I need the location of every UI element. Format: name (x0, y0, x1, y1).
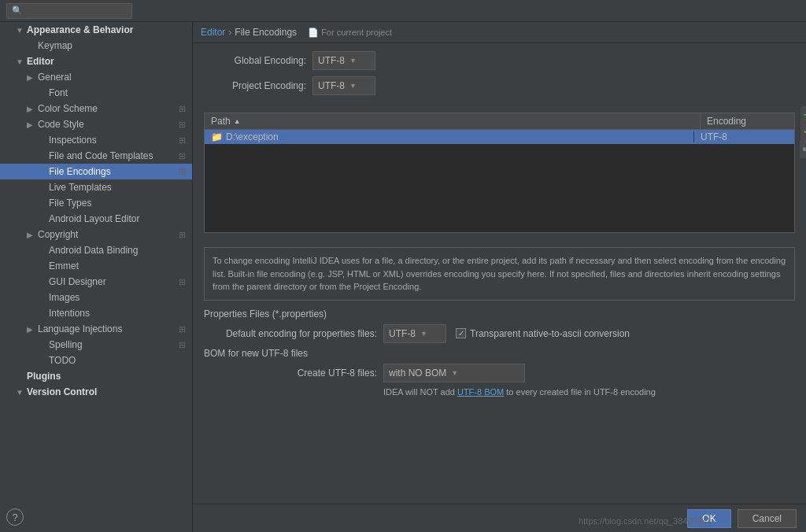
default-encoding-label: Default encoding for properties files: (204, 328, 377, 339)
project-encoding-row: Project Encoding: UTF-8 ▼ (204, 76, 795, 95)
dropdown-arrow-icon: ▼ (420, 330, 427, 338)
default-encoding-dropdown[interactable]: UTF-8 ▼ (383, 324, 446, 343)
sidebar-item-intentions[interactable]: Intentions (0, 305, 192, 321)
arrow-icon: ▶ (27, 325, 38, 334)
sidebar-item-copyright[interactable]: ▶ Copyright ⊞ (0, 227, 192, 242)
encoding-table-wrapper: Path ▲ Encoding 📁 D:\exception UTF-8 (204, 106, 795, 239)
path-column-header[interactable]: Path ▲ (205, 113, 700, 129)
transparent-checkbox-row: Transparent native-to-ascii conversion (456, 328, 630, 339)
sidebar-label: File Types (49, 198, 186, 209)
transparent-checkbox[interactable] (456, 328, 466, 338)
table-row[interactable]: 📁 D:\exception UTF-8 (205, 130, 794, 144)
sidebar-item-images[interactable]: Images (0, 290, 192, 305)
content-area: Editor › File Encodings 📄 For current pr… (193, 22, 806, 532)
sidebar-label: Version Control (27, 386, 186, 397)
sidebar-item-code-style[interactable]: ▶ Code Style ⊞ (0, 116, 192, 132)
bom-section-title: BOM for new UTF-8 files (204, 348, 795, 359)
properties-section-title: Properties Files (*.properties) (204, 308, 795, 320)
settings-icon: ⊞ (179, 167, 186, 177)
settings-icon: ⊞ (179, 340, 186, 350)
info-box: To change encoding IntelliJ IDEA uses fo… (204, 247, 795, 301)
settings-icon: ⊞ (179, 104, 186, 114)
sidebar-label: Code Style (38, 119, 176, 130)
sidebar-item-plugins[interactable]: Plugins (0, 368, 192, 384)
breadcrumb-separator: › (228, 27, 231, 38)
arrow-icon: ▼ (16, 57, 27, 66)
arrow-icon: ▶ (27, 105, 38, 113)
encoding-column-header[interactable]: Encoding (700, 113, 794, 129)
path-cell: 📁 D:\exception (211, 131, 693, 142)
sidebar-label: Editor (27, 56, 186, 67)
encoding-table: Path ▲ Encoding 📁 D:\exception UTF-8 (204, 113, 795, 233)
help-button[interactable]: ? (6, 508, 24, 526)
arrow-icon: ▶ (27, 120, 38, 129)
sidebar-label: Android Layout Editor (49, 213, 186, 224)
breadcrumb-current: File Encodings (235, 27, 297, 38)
sidebar-label: Inspections (49, 135, 176, 146)
global-encoding-dropdown[interactable]: UTF-8 ▼ (312, 51, 375, 70)
sidebar-label: File Encodings (49, 166, 176, 177)
sidebar-item-language-injections[interactable]: ▶ Language Injections ⊞ (0, 321, 192, 337)
sidebar-item-emmet[interactable]: Emmet (0, 258, 192, 274)
path-value: D:\exception (226, 131, 279, 142)
settings-panel: Global Encoding: UTF-8 ▼ Project Encodin… (193, 43, 806, 504)
sidebar-label: TODO (49, 355, 186, 366)
cancel-button[interactable]: Cancel (738, 509, 797, 528)
encoding-cell: UTF-8 (693, 131, 788, 142)
properties-section: Properties Files (*.properties) Default … (204, 308, 795, 348)
settings-icon: ⊞ (179, 135, 186, 146)
remove-encoding-button[interactable]: − (800, 124, 806, 141)
sidebar-item-file-types[interactable]: File Types (0, 195, 192, 211)
settings-icon: ⊞ (179, 151, 186, 161)
search-box[interactable]: 🔍 (6, 3, 132, 19)
sidebar: ▼ Appearance & Behavior Keymap ▼ Editor … (0, 22, 193, 532)
dropdown-arrow-icon: ▼ (349, 82, 357, 90)
sidebar-item-gui-designer[interactable]: GUI Designer ⊞ (0, 274, 192, 290)
sidebar-label: Emmet (49, 260, 186, 272)
sidebar-label: Images (49, 292, 186, 303)
sidebar-label: Spelling (49, 339, 176, 350)
sidebar-item-file-code-templates[interactable]: File and Code Templates ⊞ (0, 148, 192, 164)
sidebar-item-appearance[interactable]: ▼ Appearance & Behavior (0, 22, 192, 38)
create-utf8-label: Create UTF-8 files: (204, 368, 377, 379)
sidebar-item-file-encodings[interactable]: File Encodings ⊞ (0, 164, 192, 179)
sidebar-label: GUI Designer (49, 276, 176, 287)
arrow-icon: ▶ (27, 73, 38, 82)
sidebar-item-font[interactable]: Font (0, 85, 192, 101)
dropdown-arrow-icon: ▼ (451, 369, 458, 377)
sidebar-label: Plugins (27, 371, 186, 382)
edit-encoding-button[interactable]: ✏ (800, 141, 806, 158)
create-utf8-dropdown[interactable]: with NO BOM ▼ (383, 364, 525, 382)
settings-icon: ⊞ (179, 324, 186, 334)
sidebar-item-color-scheme[interactable]: ▶ Color Scheme ⊞ (0, 101, 192, 116)
search-icon: 🔍 (12, 6, 23, 16)
settings-icon: ⊞ (179, 120, 186, 130)
sidebar-label: File and Code Templates (49, 150, 176, 161)
global-encoding-value: UTF-8 (318, 55, 345, 66)
top-bar: 🔍 (0, 0, 806, 22)
sidebar-item-editor[interactable]: ▼ Editor (0, 54, 192, 69)
ok-button[interactable]: OK (687, 509, 730, 528)
add-encoding-button[interactable]: + (800, 106, 806, 124)
folder-icon: 📁 (211, 131, 223, 142)
project-encoding-dropdown[interactable]: UTF-8 ▼ (312, 76, 375, 95)
arrow-icon: ▼ (16, 26, 27, 35)
bom-link[interactable]: UTF-8 BOM (457, 387, 504, 397)
sidebar-item-spelling[interactable]: Spelling ⊞ (0, 337, 192, 353)
sidebar-item-version-control[interactable]: ▼ Version Control (0, 384, 192, 400)
table-body: 📁 D:\exception UTF-8 (205, 130, 794, 232)
settings-icon: ⊞ (179, 277, 186, 287)
arrow-icon: ▼ (16, 388, 27, 397)
breadcrumb-parent[interactable]: Editor (201, 27, 225, 38)
sidebar-label: Keymap (38, 40, 186, 51)
sidebar-item-keymap[interactable]: Keymap (0, 38, 192, 54)
sidebar-item-live-templates[interactable]: Live Templates (0, 179, 192, 195)
bom-note: IDEA will NOT add UTF-8 BOM to every cre… (383, 387, 795, 397)
sidebar-item-android-layout-editor[interactable]: Android Layout Editor (0, 211, 192, 227)
sidebar-item-android-data-binding[interactable]: Android Data Binding (0, 242, 192, 258)
sidebar-item-todo[interactable]: TODO (0, 353, 192, 368)
sidebar-label: Live Templates (49, 182, 186, 193)
sidebar-item-inspections[interactable]: Inspections ⊞ (0, 132, 192, 148)
sidebar-label: Language Injections (38, 323, 176, 334)
sidebar-item-general[interactable]: ▶ General (0, 69, 192, 85)
